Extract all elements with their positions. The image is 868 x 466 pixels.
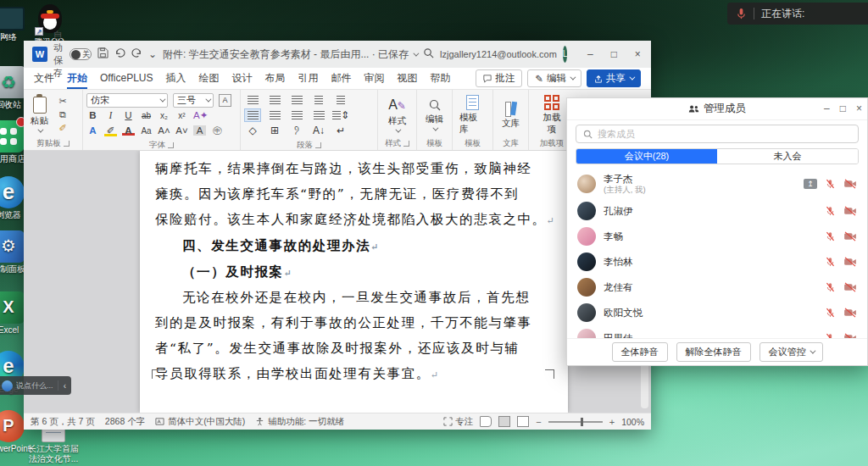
save-icon[interactable] [97,47,108,61]
chat-input-placeholder[interactable]: 说点什么... [16,380,54,391]
tab-not-joined[interactable]: 未入会 [717,149,858,164]
text-effects-icon[interactable]: A✦ [193,109,206,121]
zoom-slider-thumb[interactable] [581,418,583,426]
italic-button[interactable]: I [104,110,117,120]
document-page[interactable]: 辆摩托车，结果摔倒在与路边，该生头部受重伤，致脑神经 瘫痪。因为该摩托车系“野的… [140,151,568,413]
dialog-launcher-icon[interactable] [64,141,70,147]
char-border-icon[interactable]: A [219,94,231,107]
underline-button[interactable]: U [122,110,135,120]
tab-in-meeting[interactable]: 会议中(28) [576,149,717,164]
tab-review[interactable]: 审阅 [364,68,384,89]
show-marks-icon[interactable]: ↵ [332,124,349,137]
dialog-launcher-icon[interactable] [403,141,409,147]
align-right-icon[interactable] [288,108,305,122]
bold-button[interactable]: B [86,110,99,120]
chat-quick-bar[interactable]: 说点什么... ‹ [0,376,71,395]
member-row[interactable]: 李子杰 (主持人, 我) ↥ [567,169,867,198]
dialog-launcher-icon[interactable] [315,142,321,148]
focus-mode-button[interactable]: 专注 [443,416,473,428]
multilevel-list-icon[interactable] [288,93,305,107]
share-button[interactable]: 共享 [587,69,641,87]
word-count[interactable]: 2868 个字 [105,416,145,428]
tab-draw[interactable]: 绘图 [198,68,219,89]
tab-references[interactable]: 引用 [298,68,318,89]
font-size-combo[interactable]: 三号 [173,93,214,108]
minimize-button[interactable]: – [824,98,830,119]
maximize-button[interactable]: □ [604,45,624,64]
close-button[interactable]: × [627,45,648,64]
web-layout-icon[interactable] [517,416,529,427]
clear-format-icon[interactable]: A [193,125,206,136]
language-status[interactable]: 简体中文(中国大陆) [155,416,245,428]
tab-view[interactable]: 视图 [397,68,417,89]
superscript-icon[interactable]: x² [175,111,188,120]
cut-icon[interactable]: ✂ [55,96,70,107]
more-icon[interactable]: ⌄ [148,48,157,60]
align-center-icon[interactable] [266,108,283,122]
mute-all-button[interactable]: 全体静音 [612,342,668,362]
copy-icon[interactable]: ⧉ [55,109,70,120]
print-layout-icon[interactable] [498,416,510,427]
decrease-indent-icon[interactable] [310,93,327,107]
search-icon[interactable] [423,47,434,61]
sort-icon[interactable]: A↓ [310,124,327,137]
highlight-color-icon[interactable]: ✐ [104,125,117,136]
bullets-icon[interactable] [244,93,261,107]
close-button[interactable]: × [856,98,862,119]
member-row[interactable]: 李畅 [567,224,867,249]
align-left-icon[interactable] [244,108,261,122]
member-row[interactable]: 田思佳 [567,325,867,338]
shading-icon[interactable]: ◇ [244,124,261,137]
tab-design[interactable]: 设计 [231,68,252,89]
undo-icon[interactable] [114,47,125,61]
text-highlight-blue-icon[interactable]: A [86,125,99,136]
minimize-button[interactable]: – [580,45,600,64]
member-row[interactable]: 孔淑伊 [567,198,867,224]
accessibility-status[interactable]: 辅助功能: 一切就绪 [255,416,344,428]
line-spacing-icon[interactable]: ⇕ [332,108,349,122]
toggle-switch-icon[interactable]: 关 [70,48,92,60]
justify-icon[interactable] [310,108,327,122]
tab-officeplus[interactable]: OfficePLUS [100,68,153,89]
editing-button-ribbon[interactable]: 编辑 [422,92,447,137]
tab-help[interactable]: 帮助 [430,68,450,89]
font-name-combo[interactable]: 仿宋 [86,93,168,108]
tab-home[interactable]: 开始 [67,68,87,89]
maximize-button[interactable]: □ [840,98,846,119]
change-case-icon[interactable]: Aa [140,126,153,136]
meeting-controls-button[interactable]: 会议管控 [760,342,823,362]
editing-button[interactable]: ✎编辑 [527,69,581,87]
addins-button[interactable]: 加载项 [537,92,566,137]
account-email[interactable]: lzjgallery1214@outlook.com [440,49,557,59]
member-search-box[interactable] [576,125,859,143]
read-mode-icon[interactable] [480,416,492,427]
paste-button[interactable]: 粘贴 [27,92,52,137]
tab-mailings[interactable]: 邮件 [331,68,351,89]
tab-insert[interactable]: 插入 [165,68,186,89]
subscript-icon[interactable]: x₂ [158,111,170,120]
member-row[interactable]: 李怡林 [567,249,867,275]
account-avatar[interactable]: L [563,46,568,63]
borders-icon[interactable]: ⊞ [266,124,283,137]
zoom-slider[interactable] [548,421,603,423]
format-painter-icon[interactable]: ✐ [55,123,70,134]
zoom-out-button[interactable]: − [536,417,541,427]
grow-font-icon[interactable]: A˄ [158,125,170,136]
shrink-font-icon[interactable]: A˅ [175,125,188,136]
dialog-launcher-icon[interactable] [168,142,174,148]
font-color-icon[interactable]: A [122,125,135,136]
increase-indent-icon[interactable] [332,93,349,107]
member-row[interactable]: 欧阳文悦 [567,300,867,325]
tab-file[interactable]: 文件 [34,68,54,89]
page-indicator[interactable]: 第 6 页，共 7 页 [31,416,95,428]
redo-icon[interactable] [131,47,142,61]
member-row[interactable]: 龙佳有 [567,275,867,300]
asian-layout-icon[interactable]: ᠀ [288,124,305,137]
library-button[interactable]: 文库 [498,92,523,137]
collapse-icon[interactable]: ‹ [62,381,68,391]
zoom-in-button[interactable]: + [609,417,615,427]
member-search-input[interactable] [598,129,851,139]
unmute-all-button[interactable]: 解除全体静音 [676,342,751,362]
template-library-button[interactable]: 模板库 [456,92,489,137]
zoom-level[interactable]: 100% [621,417,644,427]
